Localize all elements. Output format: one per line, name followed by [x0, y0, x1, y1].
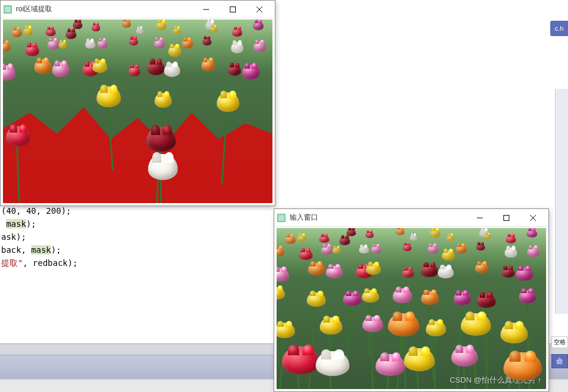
minimize-button[interactable]	[466, 209, 493, 226]
roi-image-content	[1, 18, 275, 205]
code-text: );	[51, 245, 61, 255]
ide-side-panel	[555, 89, 568, 314]
svg-rect-6	[4, 5, 11, 12]
code-line: 提取", redback);	[1, 256, 272, 269]
close-button[interactable]	[246, 1, 272, 18]
code-line: ask);	[1, 230, 272, 243]
svg-rect-12	[278, 214, 285, 221]
code-line: back, mask);	[1, 243, 272, 256]
titlebar[interactable]: 输入窗口	[274, 209, 548, 227]
code-editor[interactable]: (40, 40, 200); mask); ask); back, mask);…	[0, 204, 272, 323]
code-text: );	[26, 219, 36, 229]
input-image-content: CSDN @怕什么真理无穷 ↑	[274, 227, 548, 391]
code-line: (40, 40, 200);	[1, 204, 272, 217]
minimize-button[interactable]	[192, 1, 219, 18]
titlebar[interactable]: roi区域提取	[1, 1, 275, 18]
window-roi[interactable]: roi区域提取	[0, 0, 275, 206]
ide-setting-button[interactable]: 空格	[551, 336, 568, 348]
window-input[interactable]: 输入窗口 CSDN @怕什么真理无穷 ↑	[274, 208, 549, 392]
window-controls	[466, 209, 546, 226]
ide-file-tab[interactable]: c.h	[550, 21, 568, 36]
code-text: , redback);	[23, 258, 78, 268]
maximize-button[interactable]	[493, 209, 519, 226]
app-icon	[277, 213, 286, 223]
btn-label: 空格	[554, 338, 566, 346]
roi-red-fill	[3, 97, 272, 203]
code-text: (40, 40, 200);	[1, 206, 71, 216]
close-button[interactable]	[519, 209, 546, 226]
svg-rect-15	[503, 215, 509, 220]
window-title: roi区域提取	[16, 4, 192, 14]
maximize-button[interactable]	[219, 1, 246, 18]
tab-label: c.h	[555, 25, 564, 32]
code-text: back,	[1, 245, 31, 255]
code-text: ask);	[1, 232, 26, 242]
window-controls	[192, 1, 272, 18]
app-icon	[3, 5, 12, 14]
svg-rect-9	[230, 7, 235, 12]
btn-label: 命	[556, 356, 563, 367]
code-string: 提取"	[1, 258, 23, 268]
code-line: mask);	[1, 217, 272, 230]
window-title: 输入窗口	[290, 213, 466, 223]
ide-command-button[interactable]: 命	[551, 354, 568, 368]
code-highlight: mask	[6, 219, 26, 229]
code-highlight: mask	[31, 245, 52, 255]
